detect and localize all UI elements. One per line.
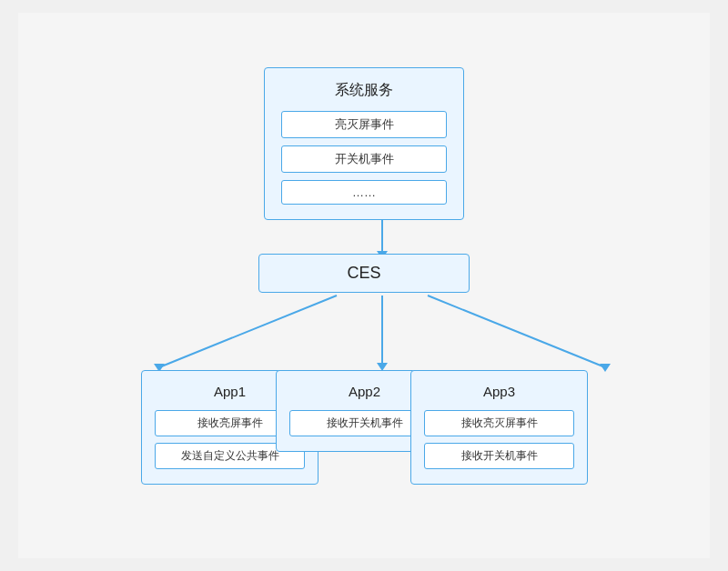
system-service-title: 系统服务 [281, 81, 447, 100]
system-service-box: 系统服务 亮灭屏事件 开关机事件 …… [264, 67, 464, 220]
svg-line-6 [428, 296, 605, 367]
svg-marker-7 [600, 364, 611, 372]
ces-label: CES [347, 264, 380, 282]
app3-box: App3 接收亮灭屏事件 接收开关机事件 [410, 370, 588, 485]
system-item-1: 开关机事件 [281, 145, 447, 173]
app3-title: App3 [424, 384, 574, 399]
app3-item-1: 接收开关机事件 [424, 443, 574, 469]
system-item-2: …… [281, 180, 447, 205]
app3-item-0: 接收亮灭屏事件 [424, 410, 574, 436]
system-item-0: 亮灭屏事件 [281, 111, 447, 138]
ces-box: CES [258, 254, 470, 293]
svg-line-2 [159, 296, 337, 367]
diagram: 系统服务 亮灭屏事件 开关机事件 …… CES App1 接收亮屏事件 发送自定… [18, 13, 710, 558]
